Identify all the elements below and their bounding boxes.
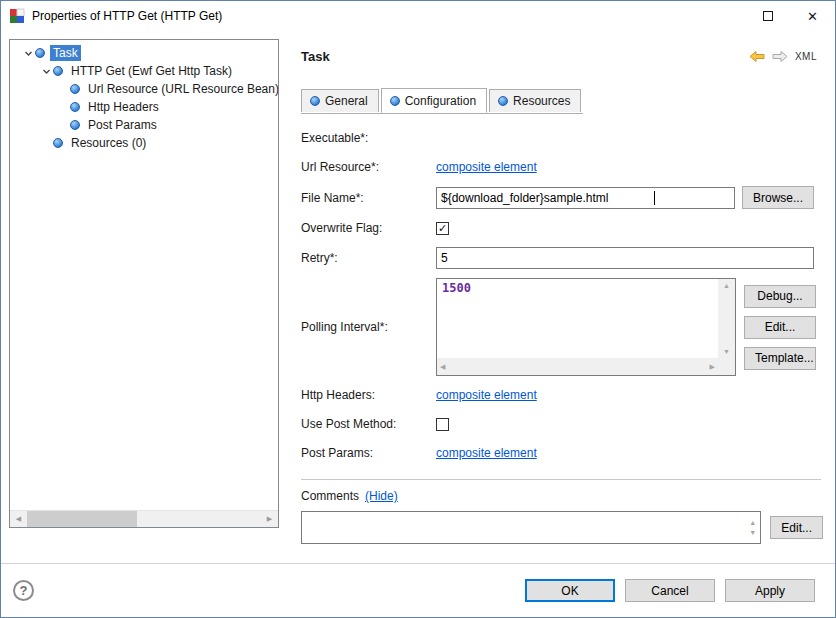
forward-arrow-icon[interactable] bbox=[772, 51, 788, 62]
scroll-right-icon[interactable]: ▶ bbox=[261, 515, 278, 523]
scroll-right-icon[interactable]: ▶ bbox=[710, 363, 715, 370]
close-button[interactable]: ✕ bbox=[790, 1, 835, 31]
configuration-form: Executable*: Url Resource*: composite el… bbox=[301, 128, 823, 463]
file-name-input[interactable] bbox=[436, 187, 735, 209]
maximize-button[interactable] bbox=[745, 1, 790, 31]
use-post-method-checkbox[interactable] bbox=[436, 418, 449, 431]
url-resource-composite-link[interactable]: composite element bbox=[436, 160, 537, 174]
comments-separator bbox=[301, 479, 821, 480]
scroll-up-icon[interactable]: ▲ bbox=[749, 519, 756, 526]
app-icon bbox=[9, 8, 25, 24]
http-headers-label: Http Headers: bbox=[301, 388, 436, 402]
tree-item-http-headers[interactable]: Http Headers bbox=[10, 98, 278, 116]
post-params-composite-link[interactable]: composite element bbox=[436, 446, 537, 460]
edit-button[interactable]: Edit... bbox=[744, 316, 816, 339]
polling-interval-value[interactable]: 1500 bbox=[437, 279, 718, 358]
resources-node-icon bbox=[53, 138, 63, 148]
scroll-down-icon[interactable]: ▼ bbox=[723, 348, 730, 355]
scroll-up-icon[interactable]: ▲ bbox=[723, 282, 730, 289]
tab-label: General bbox=[325, 94, 368, 108]
tree-item-resources[interactable]: Resources (0) bbox=[10, 134, 278, 152]
comments-section: ▲ ▼ Edit... bbox=[301, 511, 823, 544]
tab-general[interactable]: General bbox=[301, 89, 379, 112]
checkmark-icon: ✓ bbox=[438, 223, 447, 234]
post-params-label: Post Params: bbox=[301, 446, 436, 460]
file-name-label: File Name*: bbox=[301, 191, 436, 205]
scrollbar-thumb[interactable] bbox=[27, 511, 137, 527]
file-name-field-wrap bbox=[436, 187, 735, 209]
url-resource-label: Url Resource*: bbox=[301, 160, 436, 174]
nav-tools: XML bbox=[749, 51, 823, 62]
comments-hide-link[interactable]: (Hide) bbox=[365, 489, 398, 503]
editor-panel: Task XML General C bbox=[287, 39, 827, 563]
retry-field-area bbox=[436, 247, 814, 269]
horizontal-scrollbar[interactable]: ◀ ▶ bbox=[437, 358, 718, 375]
window-title: Properties of HTTP Get (HTTP Get) bbox=[32, 9, 745, 23]
vertical-scrollbar[interactable]: ▲ ▼ bbox=[718, 279, 735, 358]
tree-item-label: Url Resource (URL Resource Bean) bbox=[85, 81, 279, 97]
back-arrow-icon[interactable] bbox=[749, 51, 765, 62]
form-row-http-headers: Http Headers: composite element bbox=[301, 385, 823, 405]
tree-item-label: Http Headers bbox=[85, 99, 162, 115]
resource-node-icon bbox=[70, 102, 80, 112]
form-row-use-post: Use Post Method: bbox=[301, 414, 823, 434]
outline-tree: Task HTTP Get (Ewf Get Http Task) Url Re… bbox=[9, 39, 279, 528]
tree-item-post-params[interactable]: Post Params bbox=[10, 116, 278, 134]
footer-buttons: OK Cancel Apply bbox=[525, 579, 823, 602]
tree-horizontal-scrollbar[interactable]: ◀ ▶ bbox=[10, 510, 278, 527]
tree-item-label: Resources (0) bbox=[68, 135, 149, 151]
tab-general-icon bbox=[310, 96, 320, 106]
form-row-overwrite: Overwrite Flag: ✓ bbox=[301, 218, 823, 238]
debug-button[interactable]: Debug... bbox=[744, 285, 816, 308]
scroll-left-icon[interactable]: ◀ bbox=[440, 363, 445, 370]
tab-bar: General Configuration Resources bbox=[301, 88, 583, 114]
tree-item-label: Post Params bbox=[85, 117, 160, 133]
form-row-file-name: File Name*: Browse... bbox=[301, 186, 823, 209]
form-row-post-params: Post Params: composite element bbox=[301, 443, 823, 463]
tree-item-http-get[interactable]: HTTP Get (Ewf Get Http Task) bbox=[10, 62, 278, 80]
comments-scrollbar[interactable]: ▲ ▼ bbox=[745, 512, 760, 543]
comments-textarea[interactable]: ▲ ▼ bbox=[301, 511, 761, 544]
file-name-field-area: Browse... bbox=[436, 186, 814, 209]
help-button[interactable]: ? bbox=[13, 580, 34, 601]
scroll-down-icon[interactable]: ▼ bbox=[749, 529, 756, 536]
task-node-icon bbox=[53, 66, 63, 76]
button-bar: ? OK Cancel Apply bbox=[1, 563, 835, 617]
cancel-button[interactable]: Cancel bbox=[625, 579, 715, 602]
template-button[interactable]: Template... bbox=[744, 347, 816, 370]
tab-resources[interactable]: Resources bbox=[489, 89, 581, 112]
panel-title: Task bbox=[301, 49, 749, 64]
polling-buttons: Debug... Edit... Template... bbox=[744, 278, 816, 376]
tree-item-url-resource[interactable]: Url Resource (URL Resource Bean) bbox=[10, 80, 278, 98]
form-row-polling-interval: Polling Interval*: 1500 ▲ ▼ ◀ ▶ bbox=[301, 278, 823, 376]
overwrite-flag-checkbox[interactable]: ✓ bbox=[436, 222, 449, 235]
tree-item-task[interactable]: Task bbox=[10, 44, 278, 62]
retry-label: Retry*: bbox=[301, 251, 436, 265]
text-caret bbox=[654, 191, 655, 205]
tree-item-label: HTTP Get (Ewf Get Http Task) bbox=[68, 63, 235, 79]
comments-edit-button[interactable]: Edit... bbox=[770, 516, 823, 539]
polling-field-area: 1500 ▲ ▼ ◀ ▶ Debug... bbox=[436, 278, 814, 376]
scroll-left-icon[interactable]: ◀ bbox=[10, 515, 27, 523]
scrollbar-corner bbox=[718, 358, 735, 375]
apply-button[interactable]: Apply bbox=[725, 579, 815, 602]
titlebar[interactable]: Properties of HTTP Get (HTTP Get) ✕ bbox=[1, 1, 835, 31]
panel-header: Task XML bbox=[301, 39, 823, 64]
executable-label: Executable*: bbox=[301, 131, 436, 145]
xml-button[interactable]: XML bbox=[795, 51, 817, 62]
dialog-body: Task HTTP Get (Ewf Get Http Task) Url Re… bbox=[1, 31, 835, 563]
resource-node-icon bbox=[70, 84, 80, 94]
chevron-down-icon[interactable] bbox=[40, 67, 53, 76]
retry-input[interactable] bbox=[436, 247, 814, 269]
form-row-executable: Executable*: bbox=[301, 128, 823, 148]
polling-interval-label: Polling Interval*: bbox=[301, 320, 436, 334]
use-post-method-label: Use Post Method: bbox=[301, 417, 436, 431]
tab-configuration[interactable]: Configuration bbox=[381, 88, 487, 113]
tab-label: Resources bbox=[513, 94, 570, 108]
chevron-down-icon[interactable] bbox=[22, 49, 35, 58]
form-row-retry: Retry*: bbox=[301, 247, 823, 269]
ok-button[interactable]: OK bbox=[525, 579, 615, 602]
http-headers-composite-link[interactable]: composite element bbox=[436, 388, 537, 402]
browse-button[interactable]: Browse... bbox=[742, 186, 814, 209]
polling-interval-textarea[interactable]: 1500 ▲ ▼ ◀ ▶ bbox=[436, 278, 736, 376]
